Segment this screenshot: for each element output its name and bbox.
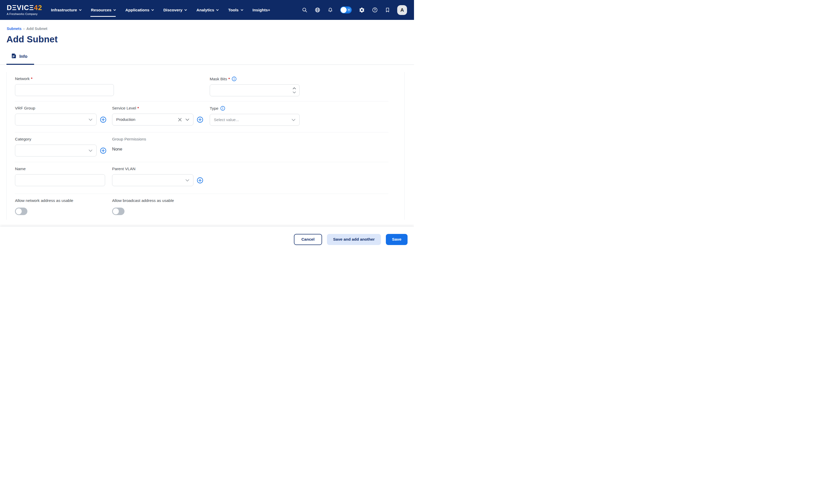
field-allow-network: Allow network address as usable [15, 198, 112, 221]
main-menu: Infrastructure Resources Applications Di… [51, 0, 270, 20]
tab-info[interactable]: Info [6, 53, 34, 65]
nav-tools[interactable]: Tools [228, 0, 242, 20]
form-panel: Network* Mask Bits* [6, 72, 405, 220]
nav-analytics[interactable]: Analytics [196, 0, 218, 20]
service-level-label: Service Level* [112, 106, 210, 111]
mask-bits-input[interactable] [210, 84, 300, 96]
field-name: Name [15, 167, 112, 194]
chevron-down-icon [292, 118, 295, 122]
field-type: Type Select value... [210, 106, 405, 132]
add-service-level-button[interactable] [197, 117, 203, 123]
bookmark-icon[interactable] [385, 7, 390, 13]
vrf-group-label: VRF Group [15, 106, 112, 111]
name-label: Name [15, 167, 112, 171]
nav-label: Infrastructure [51, 8, 77, 12]
nav-label: Applications [125, 8, 149, 12]
chevron-down-icon [89, 117, 92, 122]
group-permissions-label: Group Permissions [112, 137, 210, 141]
required-asterisk: * [31, 76, 33, 81]
form-row-vrf: VRF Group Service Level* [7, 101, 405, 132]
toggle-knob [16, 208, 22, 214]
parent-vlan-select[interactable] [112, 174, 194, 186]
device42-logo-text: DΞVICΞ42 [7, 4, 42, 11]
category-label: Category [15, 137, 112, 141]
device42-logo[interactable]: DΞVICΞ42 A Freshworks Company [7, 4, 42, 15]
cancel-button[interactable]: Cancel [294, 234, 322, 245]
mask-bits-stepper[interactable] [210, 84, 300, 96]
nav-applications[interactable]: Applications [125, 0, 153, 20]
stepper-down-icon[interactable] [292, 91, 296, 94]
theme-toggle[interactable] [340, 6, 352, 13]
chevron-down-icon [241, 8, 243, 11]
clear-icon[interactable] [178, 118, 182, 122]
bell-icon[interactable] [328, 7, 333, 13]
breadcrumb-subnets-link[interactable]: Subnets [7, 27, 22, 31]
service-level-select[interactable]: Production [112, 114, 194, 125]
field-network: Network* [15, 76, 210, 101]
parent-vlan-label: Parent VLAN [112, 167, 210, 171]
help-icon[interactable] [372, 7, 378, 13]
topbar-icons: A [302, 5, 407, 15]
tab-info-label: Info [19, 54, 27, 59]
gear-icon[interactable] [359, 7, 365, 13]
chevron-down-icon [151, 8, 154, 11]
type-select[interactable]: Select value... [210, 114, 300, 126]
allow-broadcast-toggle[interactable] [112, 208, 124, 215]
service-level-value: Production [116, 117, 135, 122]
mask-bits-label: Mask Bits* [210, 76, 405, 81]
search-icon[interactable] [302, 7, 307, 13]
type-placeholder: Select value... [214, 118, 239, 122]
logo-tagline: A Freshworks Company [7, 12, 42, 15]
allow-network-toggle[interactable] [15, 208, 27, 215]
chevron-down-icon [79, 8, 82, 11]
add-parent-vlan-button[interactable] [197, 177, 203, 183]
breadcrumb-separator: › [23, 27, 25, 31]
info-icon[interactable] [220, 106, 225, 111]
field-allow-broadcast: Allow broadcast address as usable [112, 198, 210, 221]
top-navbar: DΞVICΞ42 A Freshworks Company Infrastruc… [0, 0, 414, 20]
required-asterisk: * [137, 106, 139, 111]
nav-infrastructure[interactable]: Infrastructure [51, 0, 81, 20]
chevron-down-icon [185, 178, 189, 182]
tab-bar: Info [0, 53, 414, 65]
category-select[interactable] [15, 144, 96, 157]
nav-discovery[interactable]: Discovery [163, 0, 186, 20]
sun-icon [347, 8, 351, 13]
user-avatar[interactable]: A [397, 5, 407, 15]
add-subnet-page: DΞVICΞ42 A Freshworks Company Infrastruc… [0, 0, 414, 252]
form-document-icon [12, 53, 16, 60]
nav-insights-plus[interactable]: Insights+ [253, 0, 270, 20]
field-vrf-group: VRF Group [15, 106, 112, 132]
group-permissions-value: None [112, 146, 210, 152]
field-category: Category [15, 137, 112, 162]
nav-resources[interactable]: Resources [91, 0, 115, 20]
network-input[interactable] [15, 84, 114, 96]
logo-brand: DΞVICΞ [7, 4, 34, 11]
chevron-down-icon [185, 117, 189, 122]
nav-label: Tools [228, 8, 238, 12]
name-input[interactable] [15, 174, 105, 186]
required-asterisk: * [228, 77, 230, 81]
info-icon[interactable] [232, 76, 237, 81]
form-row-toggles: Allow network address as usable Allow br… [7, 194, 405, 221]
add-vrf-group-button[interactable] [100, 117, 107, 123]
chevron-down-icon [184, 8, 187, 11]
nav-label: Insights+ [253, 8, 270, 12]
save-and-add-another-button[interactable]: Save and add another [327, 234, 381, 245]
form-row-category: Category Group Permissions None [7, 132, 405, 162]
field-group-permissions: Group Permissions None [112, 137, 210, 162]
stepper-up-icon[interactable] [292, 86, 296, 90]
allow-network-label: Allow network address as usable [15, 198, 112, 203]
globe-icon[interactable] [315, 7, 321, 13]
logo-42: 42 [34, 4, 42, 11]
save-button[interactable]: Save [386, 234, 408, 245]
vrf-group-select[interactable] [15, 114, 96, 125]
chevron-down-icon [216, 8, 219, 11]
toggle-knob [113, 208, 119, 214]
add-category-button[interactable] [100, 148, 107, 154]
breadcrumb: Subnets › Add Subnet [7, 27, 414, 31]
theme-toggle-knob [341, 7, 346, 13]
chevron-down-icon [113, 8, 116, 11]
field-parent-vlan: Parent VLAN [112, 167, 210, 194]
breadcrumb-current: Add Subnet [26, 27, 47, 31]
